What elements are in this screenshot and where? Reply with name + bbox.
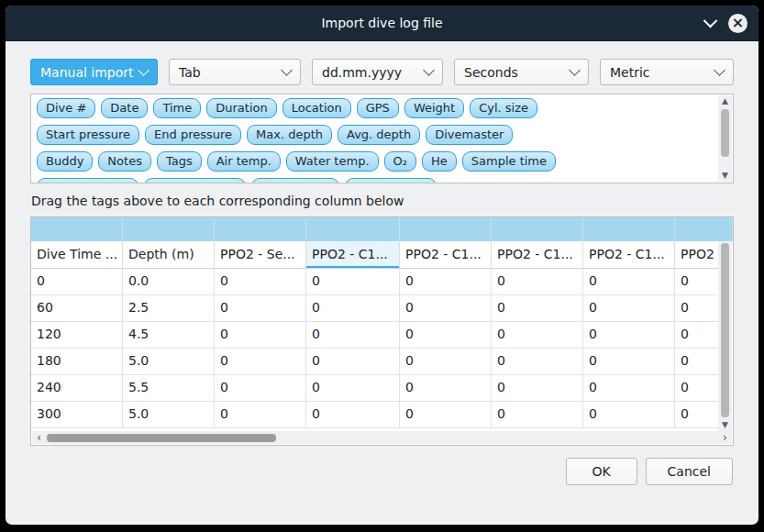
tag-row: Sample depthSample temp.Sample pO₂Sample… <box>34 176 716 183</box>
tag-location[interactable]: Location <box>282 98 351 118</box>
column-header[interactable]: PPO2 <box>675 241 719 269</box>
table-cell: 0 <box>215 349 306 375</box>
cancel-button[interactable]: Cancel <box>646 458 733 485</box>
table-cell: 0 <box>215 375 306 402</box>
toolbar: Manual importTabdd.mm.yyyySecondsMetric <box>30 59 734 85</box>
table-cell: 0 <box>492 269 583 295</box>
scroll-right-icon[interactable]: › <box>718 431 732 444</box>
table-row: 3005.0000000 <box>31 402 719 428</box>
tag-buddy[interactable]: Buddy <box>37 151 93 172</box>
column-header[interactable]: PPO2 - C1... <box>583 241 675 269</box>
screen: Import dive log file × Manual importTabd… <box>0 0 764 532</box>
table-cell: 0 <box>492 349 583 375</box>
scrollbar-thumb[interactable] <box>721 109 729 157</box>
tag-sample-cns[interactable]: Sample CNS <box>345 178 437 183</box>
table-cell: 60 <box>31 295 123 322</box>
tag-air-temp[interactable]: Air temp. <box>207 151 281 172</box>
tag-cyl-size[interactable]: Cyl. size <box>470 98 537 118</box>
tag-duration[interactable]: Duration <box>206 98 276 118</box>
combo-manual-import[interactable]: Manual import <box>30 59 158 85</box>
tag-date[interactable]: Date <box>101 98 148 118</box>
table-cell: 0 <box>400 349 492 375</box>
table-cell: 4.5 <box>123 322 215 349</box>
close-icon[interactable]: × <box>728 14 747 33</box>
dialog-buttons: OK Cancel <box>30 458 734 485</box>
scroll-left-icon[interactable]: ‹ <box>32 431 46 444</box>
table-cell: 0 <box>583 269 675 295</box>
tag-sample-depth[interactable]: Sample depth <box>37 178 138 183</box>
chevron-down-icon[interactable] <box>703 13 718 28</box>
table-cell: 0 <box>492 402 583 428</box>
table-cell: 300 <box>31 402 123 428</box>
tag-water-temp[interactable]: Water temp. <box>286 151 379 172</box>
table-cell: 0 <box>492 322 583 349</box>
table-cell: 180 <box>31 349 123 375</box>
column-header[interactable]: Dive Time ... <box>31 241 123 269</box>
column-header[interactable]: PPO2 - C1... <box>306 241 400 269</box>
table-cell: 0 <box>31 269 123 295</box>
table-cell: 0 <box>583 322 675 349</box>
scroll-down-icon[interactable]: ▼ <box>722 170 728 182</box>
tag-gps[interactable]: GPS <box>357 98 399 118</box>
table-cell: 0 <box>675 322 719 349</box>
tag-divemaster[interactable]: Divemaster <box>426 125 513 145</box>
tag-tags[interactable]: Tags <box>157 151 202 172</box>
combo-tab[interactable]: Tab <box>169 59 301 85</box>
tag-sample-po[interactable]: Sample pO₂ <box>251 178 340 183</box>
ok-button[interactable]: OK <box>566 458 637 485</box>
titlebar[interactable]: Import dive log file × <box>6 6 758 41</box>
table-cell: 0 <box>306 375 400 402</box>
tag-o[interactable]: O₂ <box>384 151 416 172</box>
table-cell: 0 <box>675 269 719 295</box>
titlebar-controls: × <box>705 6 747 40</box>
tag-row: Start pressureEnd pressureMax. depthAvg.… <box>34 123 716 150</box>
table-grid: Dive Time ...Depth (m)PPO2 - Se...PPO2 -… <box>31 241 719 428</box>
scrollbar-thumb[interactable] <box>721 243 729 417</box>
column-header[interactable]: PPO2 - Se... <box>215 241 306 269</box>
window-title: Import dive log file <box>321 16 442 30</box>
table-cell: 0 <box>400 375 492 402</box>
column-header[interactable]: PPO2 - C1... <box>400 241 492 269</box>
table-cell: 0 <box>492 295 583 322</box>
table-hscrollbar[interactable]: ‹ › <box>32 431 732 444</box>
tag-pool-scrollbar[interactable]: ▲ ▼ <box>718 95 732 182</box>
tag-weight[interactable]: Weight <box>404 98 464 118</box>
table-cell: 0 <box>675 375 719 402</box>
column-header[interactable]: PPO2 - C1... <box>492 241 583 269</box>
table-cell: 0 <box>306 295 400 322</box>
tag-dive[interactable]: Dive # <box>37 98 95 118</box>
tag-sample-temp[interactable]: Sample temp. <box>144 178 246 183</box>
chevron-down-icon <box>714 64 725 76</box>
combo-label: Metric <box>610 65 650 80</box>
scroll-up-icon[interactable]: ▲ <box>722 95 728 107</box>
combo-dd-mm-yyyy[interactable]: dd.mm.yyyy <box>312 59 443 85</box>
import-table: Dive Time ...Depth (m)PPO2 - Se...PPO2 -… <box>30 216 734 446</box>
combo-label: dd.mm.yyyy <box>322 65 402 80</box>
combo-metric[interactable]: Metric <box>600 59 734 85</box>
table-cell: 0 <box>306 402 400 428</box>
table-cell: 5.0 <box>123 349 215 375</box>
column-header[interactable]: Depth (m) <box>123 241 215 269</box>
tag-time[interactable]: Time <box>153 98 201 118</box>
combo-seconds[interactable]: Seconds <box>454 59 589 85</box>
tag-sample-time[interactable]: Sample time <box>462 151 556 172</box>
table-vscrollbar[interactable]: ▼ <box>718 241 732 431</box>
tag-notes[interactable]: Notes <box>98 151 151 172</box>
tag-he[interactable]: He <box>422 151 457 172</box>
tag-start-pressure[interactable]: Start pressure <box>37 125 139 145</box>
tag-avg-depth[interactable]: Avg. depth <box>338 125 420 145</box>
table-cell: 0 <box>306 322 400 349</box>
scrollbar-thumb[interactable] <box>47 434 276 442</box>
table-cell: 0 <box>306 269 400 295</box>
tag-row: BuddyNotesTagsAir temp.Water temp.O₂HeSa… <box>34 150 716 176</box>
tag-end-pressure[interactable]: End pressure <box>145 125 241 145</box>
table-cell: 0 <box>583 295 675 322</box>
tag-max-depth[interactable]: Max. depth <box>247 125 332 145</box>
instruction-text: Drag the tags above to each correspondin… <box>31 194 734 208</box>
table-cell: 0 <box>306 349 400 375</box>
chevron-down-icon <box>569 64 581 76</box>
table-cell: 0 <box>215 402 306 428</box>
table-cell: 120 <box>31 322 123 349</box>
table-header-row: Dive Time ...Depth (m)PPO2 - Se...PPO2 -… <box>31 241 719 269</box>
tag-pool: Dive #DateTimeDurationLocationGPSWeightC… <box>30 94 734 183</box>
